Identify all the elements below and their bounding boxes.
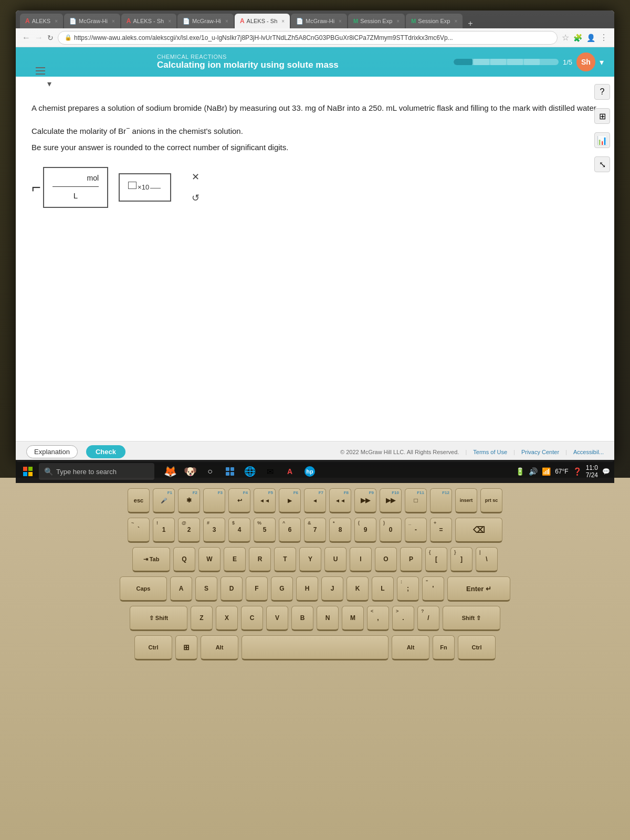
tab-aleks-active[interactable]: A ALEKS - Sh ×	[235, 14, 290, 28]
key-backtick[interactable]: ~`	[128, 518, 150, 543]
key-m[interactable]: M	[342, 606, 364, 631]
key-s[interactable]: S	[195, 576, 217, 602]
bookmark-icon[interactable]: ☆	[562, 33, 569, 43]
menu-icon[interactable]: ⋮	[600, 33, 608, 43]
forward-button[interactable]: →	[35, 33, 43, 43]
start-button[interactable]	[20, 464, 36, 479]
key-f8[interactable]: F8◄◄	[329, 488, 351, 513]
key-u[interactable]: U	[324, 547, 346, 572]
taskbar-fox-icon[interactable]: 🦊	[162, 463, 178, 480]
answer-numerator-input[interactable]	[52, 174, 84, 183]
key-4[interactable]: $4	[228, 518, 250, 543]
key-shift-right[interactable]: Shift ⇧	[443, 606, 500, 631]
undo-button[interactable]: ↺	[186, 188, 205, 207]
key-rbracket[interactable]: }]	[450, 547, 472, 572]
key-l[interactable]: L	[372, 576, 394, 602]
question-icon[interactable]: ?	[594, 84, 610, 100]
tab-mcgraw-1[interactable]: 📄 McGraw-Hi ×	[64, 14, 120, 28]
taskbar-hp-icon[interactable]: hp	[301, 463, 318, 480]
key-v[interactable]: V	[266, 606, 288, 631]
key-enter[interactable]: Enter ↵	[447, 576, 510, 602]
key-p[interactable]: P	[400, 547, 422, 572]
expand-icon[interactable]: ⤡	[594, 156, 610, 172]
key-a[interactable]: A	[170, 576, 192, 602]
collapse-button[interactable]: ▾	[47, 79, 51, 89]
key-f6[interactable]: F6▶	[279, 488, 301, 513]
taskbar-clock[interactable]: 11:0 7/24	[586, 464, 598, 479]
key-backslash[interactable]: |\	[476, 547, 498, 572]
key-equals[interactable]: +=	[430, 518, 452, 543]
tab-session-2[interactable]: M Session Exp ×	[406, 14, 463, 28]
key-f1[interactable]: F1🎤	[153, 488, 175, 513]
key-period[interactable]: >.	[392, 606, 414, 631]
key-f[interactable]: F	[246, 576, 268, 602]
grid-icon[interactable]: ⊞	[594, 108, 610, 124]
key-w[interactable]: W	[198, 547, 220, 572]
key-shift-left[interactable]: ⇧ Shift	[130, 606, 187, 631]
sci-notation-box[interactable]: ×10	[119, 173, 171, 202]
key-0[interactable]: )0	[380, 518, 402, 543]
key-f9[interactable]: F9▶▶	[354, 488, 376, 513]
key-t[interactable]: T	[274, 547, 296, 572]
key-ctrl-right[interactable]: Ctrl	[458, 635, 496, 660]
key-c[interactable]: C	[241, 606, 263, 631]
key-f7[interactable]: F7◄	[304, 488, 326, 513]
key-b[interactable]: B	[291, 606, 313, 631]
key-f10[interactable]: F10▶▶	[380, 488, 402, 513]
key-g[interactable]: G	[271, 576, 293, 602]
key-6[interactable]: ^6	[279, 518, 301, 543]
key-alt-right[interactable]: Alt	[392, 635, 429, 660]
key-win[interactable]: ⊞	[175, 635, 197, 660]
key-ctrl-left[interactable]: Ctrl	[134, 635, 172, 660]
tab-mcgraw-3[interactable]: 📄 McGraw-Hi ×	[291, 14, 347, 28]
key-f5[interactable]: F5◄◄	[254, 488, 276, 513]
reload-button[interactable]: ↻	[47, 34, 54, 42]
sci-exponent-input[interactable]	[150, 182, 161, 188]
key-f4[interactable]: F4↩	[228, 488, 250, 513]
taskbar-search[interactable]: 🔍 Type here to search	[39, 463, 154, 480]
key-space[interactable]	[242, 635, 388, 660]
key-backspace[interactable]: ⌫	[455, 518, 502, 543]
key-fn[interactable]: Fn	[433, 635, 455, 660]
key-y[interactable]: Y	[299, 547, 321, 572]
key-slash[interactable]: ?/	[417, 606, 439, 631]
extensions-icon[interactable]: 🧩	[573, 34, 582, 42]
key-tab[interactable]: ⇥ Tab	[132, 547, 170, 572]
taskbar-aleks-icon[interactable]: A	[281, 463, 298, 480]
key-o[interactable]: O	[375, 547, 397, 572]
key-k[interactable]: K	[346, 576, 369, 602]
key-f3[interactable]: F3	[203, 488, 225, 513]
key-h[interactable]: H	[296, 576, 318, 602]
key-caps[interactable]: Caps	[120, 576, 167, 602]
key-1[interactable]: !1	[153, 518, 175, 543]
key-d[interactable]: D	[220, 576, 243, 602]
chart-icon[interactable]: 📊	[594, 132, 610, 148]
key-7[interactable]: &7	[304, 518, 326, 543]
key-semicolon[interactable]: :;	[397, 576, 419, 602]
key-3[interactable]: #3	[203, 518, 225, 543]
back-button[interactable]: ←	[22, 33, 30, 43]
tab-session-1[interactable]: M Session Exp ×	[348, 14, 405, 28]
key-q[interactable]: Q	[173, 547, 195, 572]
tab-mcgraw-2[interactable]: 📄 McGraw-Hi ×	[177, 14, 234, 28]
key-2[interactable]: @2	[178, 518, 200, 543]
new-tab-button[interactable]: +	[464, 19, 477, 28]
taskbar-mail-icon[interactable]: ✉	[261, 463, 278, 480]
key-lbracket[interactable]: {[	[425, 547, 447, 572]
key-f12[interactable]: F12	[430, 488, 452, 513]
key-j[interactable]: J	[321, 576, 343, 602]
key-alt-left[interactable]: Alt	[201, 635, 238, 660]
key-x[interactable]: X	[216, 606, 238, 631]
taskbar-cortana-icon[interactable]: ○	[202, 463, 218, 480]
key-9[interactable]: (9	[354, 518, 376, 543]
clear-button[interactable]: ✕	[186, 167, 205, 186]
profile-icon[interactable]: 👤	[586, 34, 595, 42]
key-prtsc[interactable]: prt sc	[480, 488, 502, 513]
tab-aleks-sho-1[interactable]: A ALEKS - Sh ×	[121, 14, 176, 28]
dropdown-icon[interactable]: ▾	[600, 57, 604, 67]
key-insert[interactable]: insert	[455, 488, 477, 513]
key-f11[interactable]: F11□	[405, 488, 427, 513]
key-f2[interactable]: F2✱	[178, 488, 200, 513]
key-r[interactable]: R	[249, 547, 271, 572]
taskbar-dog-icon[interactable]: 🐶	[182, 463, 198, 480]
